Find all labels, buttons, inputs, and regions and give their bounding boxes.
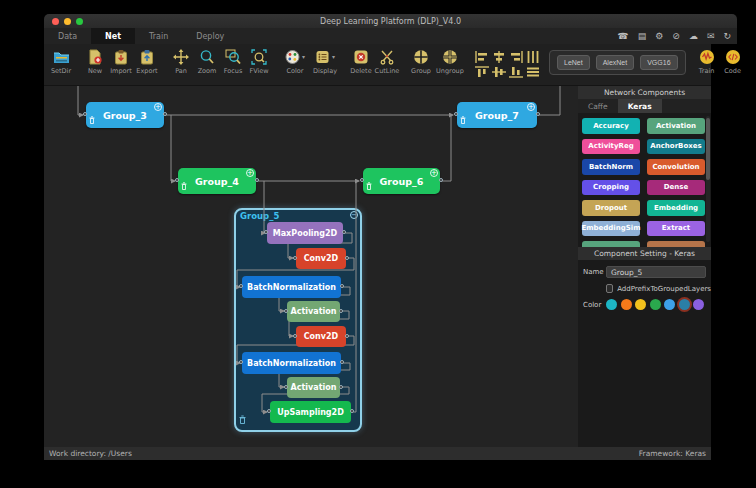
component-embedding[interactable]: Embedding: [647, 200, 705, 216]
component-convolution[interactable]: Convolution: [647, 159, 705, 175]
component-dropout[interactable]: Dropout: [582, 200, 640, 216]
tab-keras[interactable]: Keras: [618, 99, 662, 113]
align-bottom-button[interactable]: [508, 65, 524, 79]
align-middle-button[interactable]: [491, 65, 507, 79]
color-swatch-4[interactable]: [650, 299, 661, 310]
close-window-button[interactable]: [52, 18, 59, 25]
output-port[interactable]: [439, 178, 443, 182]
input-port[interactable]: [267, 409, 271, 413]
fview-button[interactable]: FView: [246, 47, 272, 75]
align-left-button[interactable]: [474, 50, 490, 64]
group-button[interactable]: Group: [408, 47, 434, 75]
refresh-icon[interactable]: ↻: [723, 32, 731, 41]
color-swatch-6-selected[interactable]: [679, 299, 690, 310]
input-port[interactable]: [264, 230, 268, 234]
cutline-button[interactable]: CutLine: [374, 47, 400, 75]
phone-icon[interactable]: ☎: [618, 32, 629, 41]
component-anchorboxes[interactable]: AnchorBoxes: [647, 139, 705, 155]
layer-conv2d-2[interactable]: Conv2D: [296, 326, 346, 347]
layer-activation-1[interactable]: Activation: [287, 301, 340, 322]
delete-node-icon[interactable]: [181, 181, 187, 192]
setdir-button[interactable]: SetDir: [48, 47, 74, 75]
display-button[interactable]: ▾ Display: [310, 47, 340, 75]
component-partial[interactable]: [582, 241, 640, 247]
input-port[interactable]: [293, 334, 297, 338]
node-group-4[interactable]: Group_4 +: [178, 168, 256, 194]
pan-button[interactable]: Pan: [168, 47, 194, 75]
output-port[interactable]: [255, 178, 259, 182]
train-button[interactable]: Train: [694, 47, 720, 75]
zoom-window-button[interactable]: [76, 18, 83, 25]
align-center-button[interactable]: [491, 50, 507, 64]
import-button[interactable]: Import: [108, 47, 134, 75]
export-button[interactable]: Export: [134, 47, 160, 75]
tab-train[interactable]: Train: [135, 28, 182, 44]
output-port[interactable]: [350, 409, 354, 413]
layer-batchnormalization-2[interactable]: BatchNormalization: [242, 352, 341, 374]
node-group-6[interactable]: Group_6 +: [363, 168, 440, 194]
component-cropping[interactable]: Cropping: [582, 180, 640, 196]
name-input[interactable]: [606, 266, 706, 278]
output-port[interactable]: [339, 309, 343, 313]
color-button[interactable]: ▾ Color: [280, 47, 310, 75]
input-port[interactable]: [83, 112, 87, 116]
focus-button[interactable]: Focus: [220, 47, 246, 75]
expand-icon[interactable]: +: [430, 169, 438, 177]
tab-deploy[interactable]: Deploy: [182, 28, 238, 44]
input-port[interactable]: [293, 256, 297, 260]
component-extract[interactable]: Extract: [647, 221, 705, 237]
output-port[interactable]: [163, 112, 167, 116]
mail-icon[interactable]: ✉: [707, 32, 715, 41]
input-port[interactable]: [454, 112, 458, 116]
delete-node-icon[interactable]: [89, 115, 95, 126]
new-button[interactable]: New: [82, 47, 108, 75]
output-port[interactable]: [340, 284, 344, 288]
color-swatch-1[interactable]: [606, 299, 617, 310]
component-activation[interactable]: Activation: [647, 118, 705, 134]
gear-icon[interactable]: ⚙: [655, 32, 663, 41]
component-embeddingsim[interactable]: EmbeddingSim: [582, 221, 640, 237]
delete-node-icon[interactable]: [366, 181, 372, 192]
expand-icon[interactable]: +: [154, 103, 162, 111]
distribute-horizontal-button[interactable]: [525, 50, 541, 64]
expand-icon[interactable]: +: [527, 103, 535, 111]
layer-activation-2[interactable]: Activation: [287, 377, 340, 398]
graph-canvas[interactable]: Group_3 + Group_4 + Group_6 + Group_7 + …: [44, 86, 578, 447]
component-activityreg[interactable]: ActivityReg: [582, 139, 640, 155]
output-port[interactable]: [345, 256, 349, 260]
minimize-window-button[interactable]: [64, 18, 71, 25]
output-port[interactable]: [342, 230, 346, 234]
output-port[interactable]: [339, 385, 343, 389]
node-group-3[interactable]: Group_3 +: [86, 102, 164, 128]
output-port[interactable]: [340, 360, 344, 364]
device-icon[interactable]: ▤: [638, 32, 647, 41]
align-right-button[interactable]: [508, 50, 524, 64]
tab-data[interactable]: Data: [44, 28, 91, 44]
input-port[interactable]: [360, 178, 364, 182]
layer-upsampling2d[interactable]: UpSampling2D: [270, 401, 351, 423]
output-port[interactable]: [345, 334, 349, 338]
color-swatch-7[interactable]: [693, 299, 704, 310]
cloud-icon[interactable]: ☁: [689, 32, 698, 41]
component-dense[interactable]: Dense: [647, 180, 705, 196]
tab-caffe[interactable]: Caffe: [578, 99, 618, 113]
delete-button[interactable]: Delete: [348, 47, 374, 75]
component-accuracy[interactable]: Accuracy: [582, 118, 640, 134]
color-swatch-2[interactable]: [621, 299, 632, 310]
tab-net[interactable]: Net: [91, 28, 135, 44]
scrollbar[interactable]: [706, 116, 710, 242]
lenet-button[interactable]: LeNet: [557, 55, 590, 70]
input-port[interactable]: [239, 360, 243, 364]
delete-node-icon[interactable]: [460, 115, 466, 126]
input-port[interactable]: [175, 178, 179, 182]
component-batchnorm[interactable]: BatchNorm: [582, 159, 640, 175]
color-swatch-3[interactable]: [635, 299, 646, 310]
expand-icon[interactable]: +: [246, 169, 254, 177]
ungroup-button[interactable]: Ungroup: [434, 47, 466, 75]
input-port[interactable]: [239, 284, 243, 288]
color-swatch-5[interactable]: [664, 299, 675, 310]
output-port[interactable]: [536, 112, 540, 116]
zoom-button[interactable]: Zoom: [194, 47, 220, 75]
node-group-7[interactable]: Group_7 +: [457, 102, 537, 128]
layer-maxpooling2d[interactable]: MaxPooling2D: [267, 222, 343, 244]
